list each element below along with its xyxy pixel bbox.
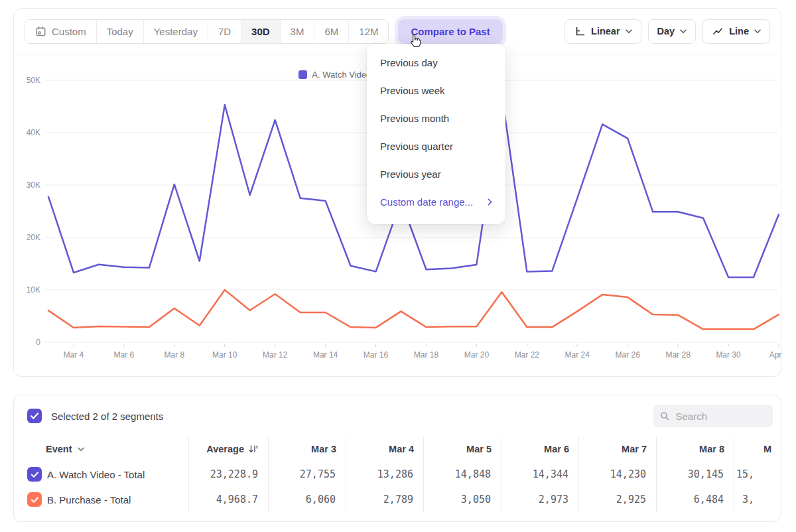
column-header-mar-5: Mar 5 (423, 436, 501, 462)
svg-text:Mar 28: Mar 28 (665, 350, 691, 360)
value-cell: 6,484 (656, 487, 734, 512)
menu-item-custom-date-range[interactable]: Custom date range... (367, 188, 505, 216)
sort-descending-icon (248, 444, 259, 454)
range-label: 6M (324, 26, 338, 37)
column-header-average[interactable]: Average (188, 436, 268, 462)
value-cell: 14,848 (423, 462, 501, 487)
svg-text:Mar 12: Mar 12 (263, 350, 288, 360)
column-header-label: Mar 7 (622, 444, 647, 454)
column-header-label: Mar 5 (466, 444, 492, 454)
event-name: A. Watch Video - Total (47, 469, 145, 480)
column-header-mar-7: Mar 7 (578, 436, 656, 462)
column-header-mar-8: Mar 8 (656, 436, 734, 462)
menu-item-previous-year[interactable]: Previous year (367, 160, 505, 188)
selected-count-label: Selected 2 of 2 segments (51, 411, 163, 422)
svg-text:Apr 1: Apr 1 (769, 350, 782, 360)
range-button-yesterday[interactable]: Yesterday (143, 20, 208, 43)
row-checkbox[interactable] (27, 467, 42, 482)
svg-text:Mar 18: Mar 18 (414, 350, 439, 360)
table-row-b-purchase-total[interactable]: B. Purchase - Total4,968.76,0602,7893,05… (25, 487, 781, 512)
chevron-down-icon (754, 29, 761, 34)
scale-select[interactable]: Linear (564, 19, 641, 44)
range-label: 3M (291, 26, 304, 37)
value-cell: 27,755 (268, 462, 346, 487)
chevron-right-icon (488, 198, 492, 206)
range-button-6m[interactable]: 6M (314, 20, 348, 43)
search-box[interactable] (653, 405, 773, 427)
chevron-down-icon (78, 447, 84, 452)
range-label: 12M (359, 26, 378, 37)
range-button-30d[interactable]: 30D (241, 20, 280, 43)
axes-icon (574, 25, 586, 37)
segments-header: Selected 2 of 2 segments (27, 405, 773, 427)
svg-text:Mar 22: Mar 22 (515, 350, 540, 360)
svg-text:Mar 4: Mar 4 (64, 350, 84, 360)
check-icon (31, 496, 39, 503)
chart-type-select[interactable]: Line (702, 19, 770, 44)
svg-text:Mar 14: Mar 14 (313, 350, 338, 360)
menu-item-previous-week[interactable]: Previous week (367, 76, 505, 104)
value-cell: 2,789 (346, 487, 423, 512)
range-label: Today (107, 26, 133, 37)
column-header-event[interactable]: Event (25, 436, 188, 462)
date-range-group: CustomTodayYesterday7D30D3M6M12M (25, 19, 389, 44)
value-cell: 23,228.9 (188, 462, 268, 487)
column-header-mar-4: Mar 4 (346, 436, 423, 462)
column-header-mar-6: Mar 6 (501, 436, 578, 462)
value-cell: 3,050 (423, 487, 501, 512)
svg-text:Mar 10: Mar 10 (212, 350, 237, 360)
range-button-today[interactable]: Today (96, 20, 143, 43)
chevron-down-icon (626, 29, 632, 34)
value-cell: 14,344 (501, 462, 578, 487)
value-cell: 2,925 (578, 487, 656, 512)
column-header-label: Mar 6 (544, 444, 569, 454)
check-icon (30, 412, 39, 420)
svg-text:40K: 40K (27, 128, 40, 137)
value-cell: 30,145 (656, 462, 734, 487)
table-row-a-watch-video-total[interactable]: A. Watch Video - Total23,228.927,75513,2… (25, 462, 781, 487)
range-label: 30D (251, 26, 270, 37)
svg-text:Mar 16: Mar 16 (364, 350, 389, 360)
range-button-7d[interactable]: 7D (208, 20, 241, 43)
value-cell: 15, (734, 462, 781, 487)
value-cell: 6,060 (268, 487, 346, 512)
value-cell: 13,286 (346, 462, 423, 487)
svg-text:Mar 24: Mar 24 (565, 350, 590, 360)
interval-label: Day (657, 26, 675, 36)
range-button-12m[interactable]: 12M (348, 20, 388, 43)
value-cell: 2,973 (501, 487, 578, 512)
select-all-checkbox[interactable] (27, 409, 42, 423)
search-icon (660, 411, 670, 422)
menu-item-previous-month[interactable]: Previous month (367, 104, 505, 132)
search-input[interactable] (676, 411, 767, 422)
analytics-page: CustomTodayYesterday7D30D3M6M12M Compare… (0, 0, 796, 532)
range-button-custom[interactable]: Custom (25, 20, 96, 43)
chevron-down-icon (680, 29, 687, 34)
value-cell: 3, (734, 487, 781, 512)
svg-text:Mar 26: Mar 26 (616, 350, 641, 360)
svg-text:10K: 10K (27, 285, 40, 295)
row-checkbox[interactable] (27, 492, 42, 507)
column-header-label: Mar 3 (311, 444, 336, 454)
menu-item-previous-day[interactable]: Previous day (367, 48, 505, 76)
compare-to-past-button[interactable]: Compare to Past (398, 19, 502, 44)
svg-text:Mar 30: Mar 30 (716, 350, 741, 360)
range-label: Yesterday (154, 26, 198, 37)
event-cell: A. Watch Video - Total (25, 462, 188, 487)
legend-swatch (298, 70, 307, 79)
range-button-3m[interactable]: 3M (280, 20, 314, 43)
column-header-label: M (763, 444, 771, 454)
segments-table: EventAverageMar 3Mar 4Mar 5Mar 6Mar 7Mar… (25, 436, 781, 512)
svg-text:Mar 6: Mar 6 (114, 350, 135, 360)
column-header-label: Mar 8 (699, 444, 724, 454)
value-cell: 4,968.7 (188, 487, 268, 512)
svg-text:20K: 20K (27, 233, 40, 242)
svg-text:Mar 8: Mar 8 (164, 350, 184, 360)
column-header-label: Event (46, 444, 72, 454)
menu-item-previous-quarter[interactable]: Previous quarter (367, 132, 505, 160)
event-name: B. Purchase - Total (47, 494, 131, 505)
column-header-label: Mar 4 (389, 444, 414, 454)
interval-select[interactable]: Day (648, 19, 696, 44)
range-label: Custom (52, 26, 86, 37)
svg-text:30K: 30K (27, 180, 40, 190)
